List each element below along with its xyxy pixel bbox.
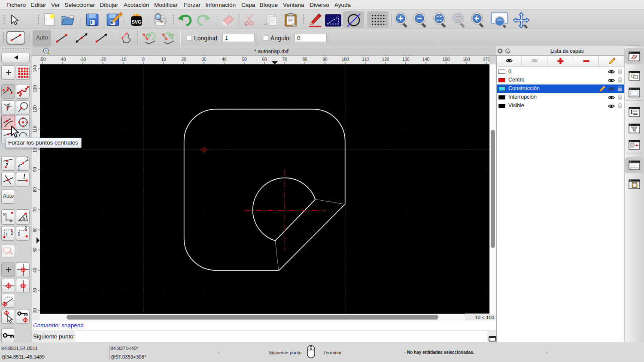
- svg-text:70: 70: [282, 57, 287, 62]
- svg-text:a: a: [22, 216, 25, 221]
- svg-text:40: 40: [33, 268, 37, 273]
- svg-text:1: 1: [6, 232, 8, 237]
- svg-text:130: 130: [402, 57, 410, 62]
- svg-text:150: 150: [443, 57, 450, 62]
- svg-text:20: 20: [33, 308, 37, 313]
- svg-text:-10: -10: [120, 57, 127, 62]
- svg-text:y: y: [3, 211, 6, 216]
- svg-text:40: 40: [222, 57, 227, 62]
- svg-text:20: 20: [181, 57, 186, 62]
- svg-text:+: +: [264, 21, 267, 27]
- svg-text:70: 70: [33, 207, 37, 212]
- svg-text:-40: -40: [60, 57, 66, 62]
- svg-text:1: 1: [18, 232, 20, 236]
- svg-text:x: x: [10, 218, 12, 223]
- svg-text:110: 110: [33, 126, 37, 133]
- svg-text:0: 0: [142, 57, 145, 62]
- svg-text:+: +: [244, 21, 247, 27]
- svg-text:130: 130: [33, 85, 37, 92]
- svg-text:90: 90: [322, 57, 328, 62]
- svg-text:-30: -30: [80, 57, 86, 62]
- svg-text:80: 80: [33, 187, 37, 192]
- svg-text:170: 170: [483, 57, 489, 62]
- svg-text:140: 140: [422, 57, 430, 62]
- svg-text:160: 160: [463, 57, 470, 62]
- svg-text:10: 10: [161, 57, 166, 62]
- svg-text:80: 80: [302, 57, 307, 62]
- svg-text:120: 120: [33, 105, 37, 112]
- svg-text:2: 2: [11, 231, 13, 235]
- svg-text:-50: -50: [40, 57, 46, 62]
- svg-text:SVG: SVG: [131, 19, 141, 24]
- svg-text:50: 50: [242, 57, 247, 62]
- svg-text:50: 50: [33, 247, 37, 253]
- svg-text:120: 120: [382, 57, 389, 62]
- svg-text:1: 1: [18, 166, 20, 170]
- svg-text:-20: -20: [100, 57, 106, 62]
- svg-text:90: 90: [33, 167, 37, 172]
- svg-text:2: 2: [26, 157, 29, 162]
- svg-text:110: 110: [362, 57, 369, 62]
- svg-text:60: 60: [262, 57, 267, 62]
- svg-text:140: 140: [33, 65, 37, 72]
- svg-text:30: 30: [33, 288, 37, 293]
- svg-text:100: 100: [342, 57, 349, 62]
- svg-text:30: 30: [201, 57, 207, 62]
- svg-text:60: 60: [33, 227, 37, 232]
